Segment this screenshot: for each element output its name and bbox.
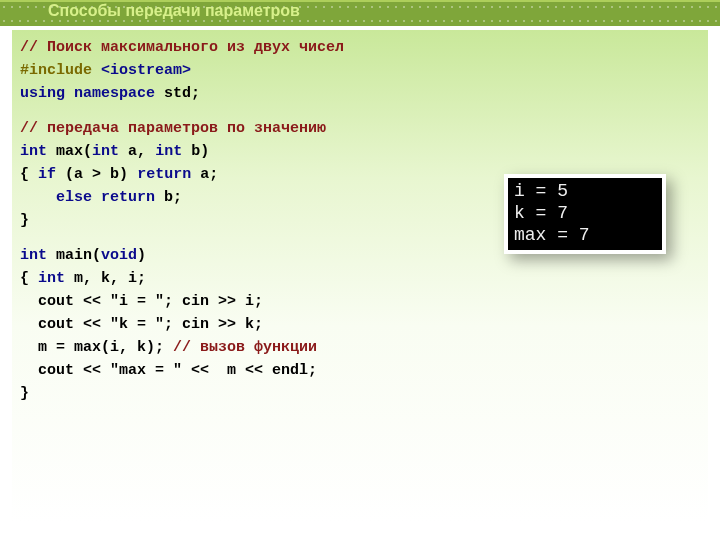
keyword: using — [20, 85, 65, 102]
punct: , — [137, 143, 155, 160]
include-header: <iostream> — [101, 62, 191, 79]
identifier: b — [110, 166, 119, 183]
keyword: return — [137, 166, 191, 183]
identifier: i; — [236, 293, 263, 310]
code-line: m = max(i, k); // вызов функции — [20, 336, 700, 359]
space — [65, 85, 74, 102]
punct: } — [20, 212, 29, 229]
indent — [20, 189, 56, 206]
comment-text: // Поиск максимального из двух чисел — [20, 39, 344, 56]
comment-text: // вызов функции — [173, 339, 317, 356]
console-output: i = 5 k = 7 max = 7 — [504, 174, 666, 254]
identifier: m << endl; — [218, 362, 317, 379]
string-literal: "k = " — [110, 316, 164, 333]
identifier: cout — [20, 293, 83, 310]
punct: ) — [119, 166, 128, 183]
space — [182, 143, 191, 160]
code-line: #include <iostream> — [20, 59, 700, 82]
identifier: max — [56, 143, 83, 160]
keyword: int — [20, 247, 47, 264]
title-text: Способы передачи параметров — [48, 2, 300, 19]
string-literal: "max = " — [110, 362, 182, 379]
punct: { — [20, 166, 38, 183]
identifier: k; — [236, 316, 263, 333]
code-line: int max(int a, int b) — [20, 140, 700, 163]
punct: } — [20, 385, 29, 402]
identifier: m, k, i; — [65, 270, 146, 287]
punct: ; — [209, 166, 218, 183]
identifier: cout — [20, 316, 83, 333]
identifier: ; cin — [164, 293, 218, 310]
slide-header: Способы передачи параметров — [0, 0, 720, 26]
identifier: m = max(i, k); — [20, 339, 173, 356]
space — [92, 62, 101, 79]
space — [128, 166, 137, 183]
header-dots — [0, 20, 720, 22]
punct: ) — [200, 143, 209, 160]
console-line: k = 7 — [514, 202, 656, 224]
identifier: a — [200, 166, 209, 183]
punct: >> — [218, 293, 236, 310]
punct: ; — [173, 189, 182, 206]
keyword: return — [101, 189, 155, 206]
blank-line — [20, 105, 700, 117]
space — [182, 362, 191, 379]
punct: ( — [83, 143, 92, 160]
punct: << — [83, 362, 110, 379]
code-line: using namespace std; — [20, 82, 700, 105]
keyword: else — [56, 189, 92, 206]
punct: ; — [191, 85, 200, 102]
slide: Способы передачи параметров // Поиск мак… — [0, 0, 720, 540]
punct: ) — [137, 247, 146, 264]
identifier: b — [191, 143, 200, 160]
punct: { — [20, 270, 38, 287]
slide-title: Способы передачи параметров — [48, 2, 300, 20]
identifier: std — [164, 85, 191, 102]
string-literal: "i = " — [110, 293, 164, 310]
console-line: max = 7 — [514, 224, 656, 246]
space — [92, 189, 101, 206]
code-line: } — [20, 382, 700, 405]
preproc-kw: #include — [20, 62, 92, 79]
keyword: int — [38, 270, 65, 287]
identifier: ; cin — [164, 316, 218, 333]
code-line: cout << "i = "; cin >> i; — [20, 290, 700, 313]
punct: << — [83, 316, 110, 333]
identifier: a — [74, 166, 83, 183]
identifier: b — [164, 189, 173, 206]
console-line: i = 5 — [514, 180, 656, 202]
keyword: namespace — [74, 85, 155, 102]
punct: << — [83, 293, 110, 310]
punct: > — [83, 166, 110, 183]
identifier: cout — [20, 362, 83, 379]
space — [155, 85, 164, 102]
code-block: // Поиск максимального из двух чисел #in… — [12, 30, 708, 523]
keyword: void — [101, 247, 137, 264]
code-line: cout << "max = " << m << endl; — [20, 359, 700, 382]
keyword: if — [38, 166, 56, 183]
code-line: cout << "k = "; cin >> k; — [20, 313, 700, 336]
punct: >> — [218, 316, 236, 333]
keyword: int — [155, 143, 182, 160]
punct: ( — [92, 247, 101, 264]
space — [119, 143, 128, 160]
keyword: int — [20, 143, 47, 160]
punct: ( — [56, 166, 74, 183]
space — [191, 166, 200, 183]
console-inner: i = 5 k = 7 max = 7 — [508, 178, 662, 250]
identifier: main — [56, 247, 92, 264]
space — [155, 189, 164, 206]
code-line: { int m, k, i; — [20, 267, 700, 290]
keyword: int — [92, 143, 119, 160]
identifier: a — [128, 143, 137, 160]
space — [47, 247, 56, 264]
punct: << — [191, 362, 218, 379]
code-line: // Поиск максимального из двух чисел — [20, 36, 700, 59]
comment-text: // передача параметров по значению — [20, 120, 326, 137]
space — [47, 143, 56, 160]
code-line: // передача параметров по значению — [20, 117, 700, 140]
